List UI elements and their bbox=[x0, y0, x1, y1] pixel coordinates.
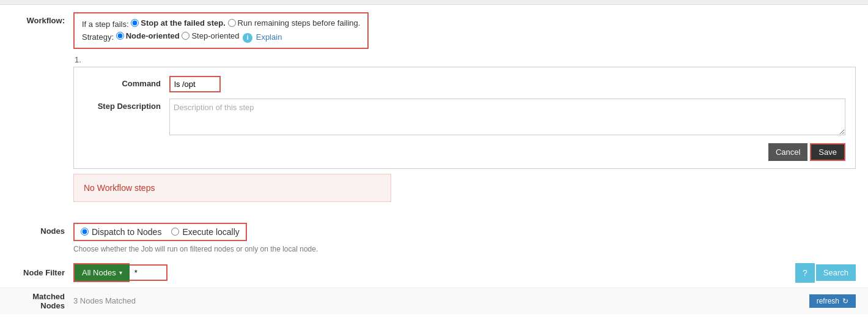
node-oriented-radio-label[interactable]: Node-oriented bbox=[116, 31, 180, 40]
run-remaining-label: Run remaining steps before failing. bbox=[238, 18, 361, 28]
cancel-button[interactable]: Cancel bbox=[768, 143, 807, 161]
step-oriented-radio[interactable] bbox=[182, 32, 189, 40]
matched-nodes-label: Matched Nodes bbox=[12, 292, 73, 310]
nodes-content: Dispatch to Nodes Execute locally Choose… bbox=[73, 223, 856, 253]
refresh-button[interactable]: refresh ↻ bbox=[809, 294, 856, 308]
fail-option-text: If a step fails: bbox=[82, 20, 129, 29]
matched-nodes-value: 3 Nodes Matched bbox=[73, 296, 809, 305]
node-filter-input-wrapper bbox=[130, 264, 167, 281]
dispatch-to-nodes-option[interactable]: Dispatch to Nodes bbox=[81, 227, 161, 237]
search-button[interactable]: Search bbox=[816, 264, 856, 281]
command-input-wrapper bbox=[169, 76, 221, 92]
workflow-section: Workflow: If a step fails: Stop at the f… bbox=[0, 5, 868, 208]
step-form-box: Command Step Description Cancel Save bbox=[73, 67, 856, 169]
stop-failed-label: Stop at the failed step. bbox=[141, 18, 226, 28]
dispatch-description: Choose whether the Job will run on filte… bbox=[73, 245, 856, 253]
step-number: 1. bbox=[73, 55, 856, 64]
strategy-text: Strategy: bbox=[82, 32, 114, 42]
run-remaining-radio-label[interactable]: Run remaining steps before failing. bbox=[228, 18, 361, 28]
no-workflow-steps-box: No Workflow steps bbox=[73, 174, 391, 202]
execute-locally-label: Execute locally bbox=[182, 227, 239, 237]
step-description-textarea[interactable] bbox=[169, 99, 845, 135]
workflow-content: If a step fails: Stop at the failed step… bbox=[73, 12, 856, 202]
run-remaining-radio[interactable] bbox=[228, 19, 236, 27]
refresh-label: refresh bbox=[817, 297, 839, 305]
step-oriented-radio-label[interactable]: Step-oriented bbox=[182, 31, 239, 40]
execute-locally-option[interactable]: Execute locally bbox=[171, 227, 239, 237]
node-oriented-radio[interactable] bbox=[116, 32, 124, 40]
form-actions: Cancel Save bbox=[84, 143, 845, 161]
save-button[interactable]: Save bbox=[810, 143, 845, 161]
no-workflow-steps-text: No Workflow steps bbox=[84, 183, 155, 193]
matched-nodes-row: Matched Nodes 3 Nodes Matched refresh ↻ bbox=[0, 288, 868, 314]
command-label: Command bbox=[84, 76, 169, 88]
section-divider bbox=[0, 208, 868, 217]
stop-failed-radio[interactable] bbox=[131, 19, 139, 27]
dispatch-to-nodes-radio[interactable] bbox=[81, 228, 89, 236]
stop-failed-radio-label[interactable]: Stop at the failed step. bbox=[131, 18, 226, 28]
step-description-input-container bbox=[169, 99, 845, 137]
nodes-label: Nodes bbox=[12, 223, 73, 236]
explain-info-icon[interactable]: i bbox=[243, 33, 252, 43]
page-container: Workflow: If a step fails: Stop at the f… bbox=[0, 0, 868, 317]
step-oriented-label: Step-oriented bbox=[191, 31, 239, 40]
command-input[interactable] bbox=[171, 77, 219, 91]
node-filter-label: Node Filter bbox=[12, 268, 73, 277]
dispatch-to-nodes-label: Dispatch to Nodes bbox=[92, 227, 161, 237]
workflow-label: Workflow: bbox=[12, 12, 73, 25]
top-border bbox=[0, 0, 868, 5]
node-filter-input[interactable] bbox=[130, 266, 166, 280]
node-oriented-label: Node-oriented bbox=[126, 31, 180, 40]
step-description-row: Step Description bbox=[84, 99, 845, 137]
command-row: Command bbox=[84, 76, 845, 92]
command-input-container bbox=[169, 76, 845, 92]
search-info-button[interactable]: ? bbox=[795, 263, 815, 283]
step-description-label: Step Description bbox=[84, 99, 169, 111]
all-nodes-button[interactable]: All Nodes ▾ bbox=[73, 263, 130, 282]
search-info-icon: ? bbox=[803, 268, 807, 278]
strategy-option-line: Strategy: Node-oriented Step-oriented i … bbox=[82, 31, 360, 43]
workflow-options-box: If a step fails: Stop at the failed step… bbox=[73, 12, 369, 49]
chevron-down-icon: ▾ bbox=[119, 269, 122, 276]
nodes-section: Nodes Dispatch to Nodes Execute locally … bbox=[0, 217, 868, 258]
fail-option-line: If a step fails: Stop at the failed step… bbox=[82, 18, 360, 29]
node-filter-row: Node Filter All Nodes ▾ ? Search bbox=[0, 258, 868, 288]
all-nodes-label: All Nodes bbox=[82, 268, 116, 277]
explain-link[interactable]: Explain bbox=[256, 32, 282, 42]
node-filter-content: All Nodes ▾ ? Search bbox=[73, 263, 856, 283]
dispatch-options-box: Dispatch to Nodes Execute locally bbox=[73, 223, 247, 241]
refresh-icon: ↻ bbox=[842, 297, 848, 305]
execute-locally-radio[interactable] bbox=[171, 228, 179, 236]
